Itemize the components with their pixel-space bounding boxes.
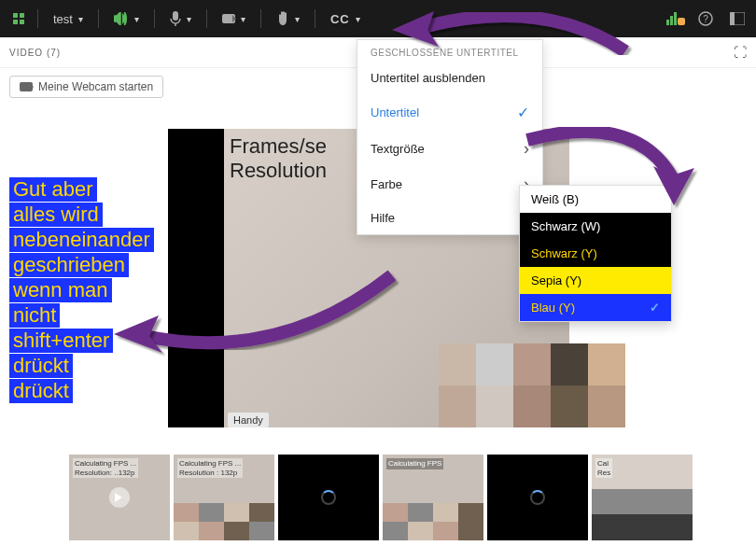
audio-button[interactable]: ▾	[106, 8, 147, 29]
chevron-down-icon: ▾	[78, 14, 83, 24]
thumbnail-strip: Calculating FPS ...Resolution: ..132p Ca…	[69, 455, 693, 540]
caption-line: drückt	[9, 354, 73, 378]
color-black-y-item[interactable]: Schwarz (Y)	[520, 240, 671, 267]
camera-icon	[222, 14, 235, 23]
color-sepia-item[interactable]: Sepia (Y)	[520, 267, 671, 294]
thumbnail[interactable]	[487, 455, 588, 540]
help-icon[interactable]: ?	[694, 7, 717, 30]
svg-rect-4	[730, 12, 735, 25]
session-dropdown[interactable]: test ▾	[46, 8, 91, 30]
overlay-text-2: Resolution	[230, 159, 327, 183]
play-icon	[109, 487, 130, 508]
caption-line: nebeneinander	[9, 228, 154, 252]
spinner-icon	[530, 490, 545, 505]
color-submenu: Weiß (B) Schwarz (W) Schwarz (Y) Sepia (…	[519, 185, 672, 322]
start-webcam-button[interactable]: Meine Webcam starten	[9, 76, 163, 98]
thumbnail[interactable]: Calculating FPS ...Resolution: ..132p	[69, 455, 170, 540]
connection-status-icon[interactable]	[666, 12, 685, 25]
captions-overlay: Gut aber alles wird nebeneinander geschr…	[9, 177, 154, 404]
cc-button[interactable]: CC ▾	[323, 8, 368, 30]
camera-icon	[20, 82, 33, 91]
cc-help-item[interactable]: Hilfe	[357, 202, 542, 234]
cc-menu-header: GESCHLOSSENE UNTERTITEL	[357, 40, 542, 62]
session-name: test	[53, 12, 73, 26]
caption-line: Gut aber	[9, 177, 97, 202]
cc-dropdown-menu: GESCHLOSSENE UNTERTITEL Untertitel ausbl…	[357, 39, 543, 235]
thumbnail[interactable]: Calculating FPS	[383, 455, 483, 540]
thumbnail[interactable]	[278, 455, 379, 540]
cc-color-item[interactable]: Farbe ›	[357, 166, 542, 202]
fullscreen-icon[interactable]: ⛶	[734, 45, 747, 60]
cc-subtitles-item[interactable]: Untertitel ✓	[357, 94, 542, 131]
chevron-down-icon: ▾	[295, 14, 300, 24]
svg-text:?: ?	[703, 14, 708, 24]
layout-icon[interactable]	[726, 7, 749, 30]
color-white-item[interactable]: Weiß (B)	[520, 186, 671, 213]
chevron-down-icon: ▾	[241, 14, 245, 24]
overlay-text-1: Frames/se	[230, 134, 327, 159]
caption-line: geschrieben	[9, 253, 129, 277]
video-source-label: Handy	[228, 413, 269, 427]
thumbnail[interactable]: CalRes	[592, 455, 693, 540]
mic-button[interactable]: ▾	[162, 7, 199, 30]
chevron-down-icon: ▾	[134, 14, 139, 24]
chevron-down-icon: ▾	[356, 14, 360, 24]
webcam-label: Meine Webcam starten	[38, 80, 153, 93]
cc-textsize-item[interactable]: Textgröße ›	[357, 131, 542, 166]
color-blue-item[interactable]: Blau (Y) ✓	[520, 294, 671, 321]
camera-button[interactable]: ▾	[215, 10, 253, 28]
chevron-right-icon: ›	[524, 140, 529, 157]
app-logo-icon	[7, 7, 30, 30]
color-black-w-item[interactable]: Schwarz (W)	[520, 213, 671, 240]
caption-line: nicht	[9, 303, 60, 328]
thumbnail[interactable]: Calculating FPS ...Resolution : 132p	[174, 455, 274, 540]
caption-line: wenn man	[9, 278, 112, 302]
svg-rect-0	[173, 11, 178, 21]
cc-hide-item[interactable]: Untertitel ausblenden	[357, 62, 542, 94]
cc-label: CC	[330, 12, 350, 26]
chevron-down-icon: ▾	[187, 14, 191, 24]
caption-line: drückt	[9, 379, 73, 403]
panel-title: VIDEO (7)	[9, 48, 61, 58]
spinner-icon	[321, 490, 336, 505]
raise-hand-button[interactable]: ▾	[269, 7, 307, 30]
check-icon: ✓	[650, 301, 660, 315]
check-icon: ✓	[517, 104, 529, 121]
caption-line: shift+enter	[9, 329, 113, 353]
caption-line: alles wird	[9, 203, 103, 227]
top-toolbar: test ▾ ▾ ▾ ▾ ▾ CC ▾ ?	[0, 0, 756, 37]
